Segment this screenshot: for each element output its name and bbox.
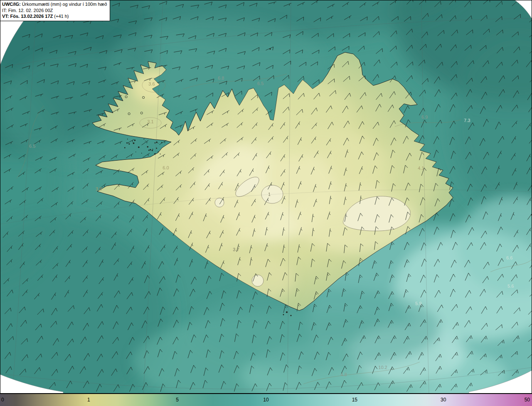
colorbar-tick: 1 [87, 394, 90, 406]
colorbar-tick: 5 [176, 394, 179, 406]
colorbar-tick: 30 [441, 394, 446, 406]
init-label: IT: [2, 8, 7, 13]
map-area: 6.86.53.63.16.56.03.06.97.34.113.76.65.6… [0, 0, 532, 394]
colorbar-tick: 0 [1, 394, 4, 406]
colorbar-tick: 50 [525, 394, 530, 406]
map-title: Úrkomumætti (mm) og vindur í 100m hæð [22, 2, 107, 7]
valid-time: VT: Fös. 13.02.2026 17Z [2, 14, 53, 19]
colorbar-tick: 10 [263, 394, 268, 406]
colorbar-ticks: 01510153050 [0, 394, 532, 406]
title-line-model: UWC/IG: Úrkomumætti (mm) og vindur í 100… [2, 1, 107, 7]
valid-offset: (+41 h) [54, 14, 69, 19]
model-label: UWC/IG: [2, 2, 21, 7]
precip-colorbar: 01510153050 [0, 394, 532, 406]
precip-wind-map [0, 0, 532, 394]
colorbar-tick: 15 [352, 394, 357, 406]
title-line-init: IT: Fim. 12. 02. 2026 00Z [2, 7, 107, 14]
map-title-box: UWC/IG: Úrkomumætti (mm) og vindur í 100… [0, 0, 110, 21]
weather-map-page: 6.86.53.63.16.56.03.06.97.34.113.76.65.6… [0, 0, 532, 406]
title-line-valid: VT: Fös. 13.02.2026 17Z (+41 h) [2, 13, 107, 20]
init-time: Fim. 12. 02. 2026 00Z [8, 8, 53, 13]
